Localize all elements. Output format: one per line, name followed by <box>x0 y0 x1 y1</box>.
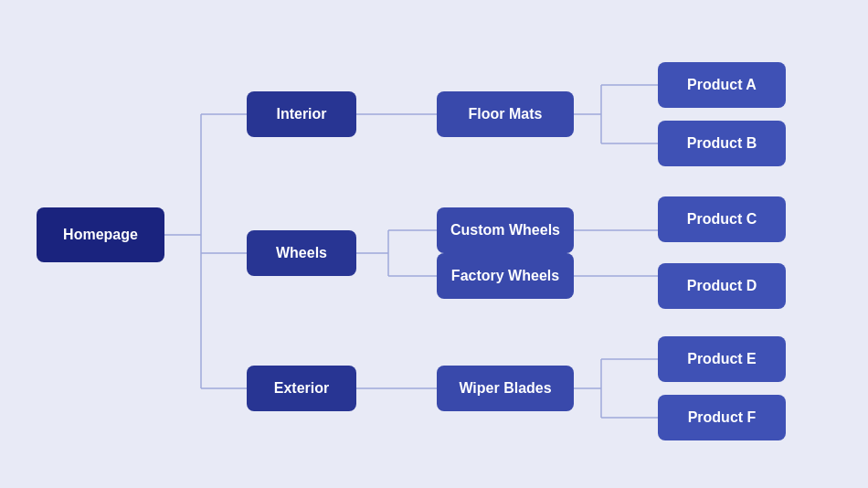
node-product_a[interactable]: Product A <box>658 62 786 108</box>
node-factory_wheels[interactable]: Factory Wheels <box>437 253 574 299</box>
node-product_d[interactable]: Product D <box>658 263 786 309</box>
node-homepage[interactable]: Homepage <box>37 207 164 262</box>
node-floor_mats[interactable]: Floor Mats <box>437 91 574 137</box>
node-exterior[interactable]: Exterior <box>247 366 356 411</box>
node-custom_wheels[interactable]: Custom Wheels <box>437 207 574 253</box>
node-product_f[interactable]: Product F <box>658 395 786 440</box>
node-wheels[interactable]: Wheels <box>247 230 356 276</box>
node-product_b[interactable]: Product B <box>658 121 786 166</box>
node-product_e[interactable]: Product E <box>658 336 786 382</box>
node-product_c[interactable]: Product C <box>658 196 786 242</box>
diagram: HomepageInteriorWheelsExteriorFloor Mats… <box>0 0 868 488</box>
node-wiper_blades[interactable]: Wiper Blades <box>437 366 574 411</box>
node-interior[interactable]: Interior <box>247 91 356 137</box>
